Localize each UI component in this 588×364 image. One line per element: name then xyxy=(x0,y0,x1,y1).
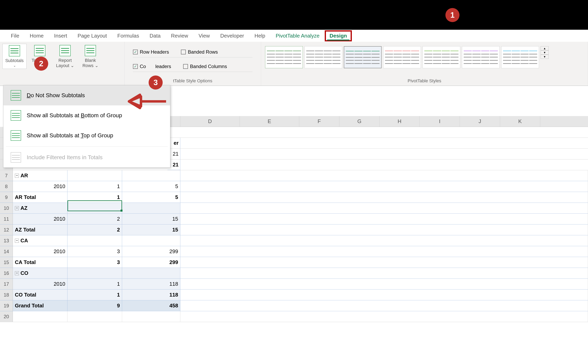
cell-b7[interactable] xyxy=(67,170,122,181)
style-thumb-1[interactable] xyxy=(265,46,303,68)
col-header-f[interactable]: F xyxy=(299,116,339,127)
cells-rest[interactable] xyxy=(180,246,588,257)
style-thumb-6[interactable] xyxy=(462,46,500,68)
cell-a12[interactable]: AZ Total xyxy=(13,224,67,235)
tab-home[interactable]: Home xyxy=(25,30,49,41)
col-header-h[interactable]: H xyxy=(379,116,420,127)
cells-rest[interactable] xyxy=(180,203,588,214)
row-header-11[interactable]: 11 xyxy=(0,214,13,224)
tab-data[interactable]: Data xyxy=(144,30,166,41)
cells-rest[interactable] xyxy=(180,224,588,235)
cells-rest[interactable] xyxy=(180,268,588,279)
cells-rest[interactable] xyxy=(180,279,588,289)
cells-rest[interactable] xyxy=(180,290,588,300)
tab-file[interactable]: File xyxy=(6,30,25,41)
cell-a9[interactable]: AR Total xyxy=(13,192,67,202)
gallery-more-button[interactable]: ▾ xyxy=(541,55,549,59)
cells-rest[interactable] xyxy=(180,214,588,224)
column-headers-checkbox[interactable]: ✓Co leaders xyxy=(133,61,171,72)
row-header-7[interactable]: 7 xyxy=(0,170,13,181)
tab-help[interactable]: Help xyxy=(249,30,270,41)
tab-review[interactable]: Review xyxy=(166,30,193,41)
cell-a20[interactable] xyxy=(13,311,67,322)
report-layout-button[interactable]: Report Layout ⌄ xyxy=(53,44,77,70)
cells-rest[interactable] xyxy=(180,170,588,181)
cell-b12[interactable]: 2 xyxy=(67,224,122,235)
cell-b14[interactable]: 3 xyxy=(67,246,122,257)
row-header-14[interactable]: 14 xyxy=(0,246,13,257)
collapse-button[interactable]: − xyxy=(15,271,19,275)
cell-c12[interactable]: 15 xyxy=(122,224,180,235)
cell-a7[interactable]: −AR xyxy=(13,170,67,181)
row-header-18[interactable]: 18 xyxy=(0,290,13,300)
cell-c15[interactable]: 299 xyxy=(122,257,180,268)
tab-design[interactable]: Design xyxy=(325,30,352,41)
row-header-20[interactable]: 20 xyxy=(0,311,13,322)
gallery-up-button[interactable]: ▴ xyxy=(541,46,549,50)
subtotals-top-item[interactable]: Show all Subtotals at Top of Group xyxy=(3,125,170,146)
style-thumb-7[interactable] xyxy=(501,46,539,68)
subtotals-button[interactable]: Subtotals ⌄ xyxy=(2,44,26,69)
col-header-j[interactable]: J xyxy=(460,116,500,127)
cell-b16[interactable] xyxy=(67,268,122,279)
cell-b9[interactable]: 1 xyxy=(67,192,122,202)
cell-c10[interactable] xyxy=(122,203,180,214)
cell-c11[interactable]: 15 xyxy=(122,214,180,224)
row-header-10[interactable]: 10 xyxy=(0,203,13,214)
row-header-15[interactable]: 15 xyxy=(0,257,13,268)
cell-b19[interactable]: 9 xyxy=(67,300,122,311)
row-headers-checkbox[interactable]: ✓Row Headers xyxy=(133,46,169,57)
cell-c7[interactable] xyxy=(122,170,180,181)
collapse-button[interactable]: − xyxy=(15,174,19,178)
row-header-17[interactable]: 17 xyxy=(0,279,13,289)
cell-a13[interactable]: −CA xyxy=(13,235,67,246)
cell-c14[interactable]: 299 xyxy=(122,246,180,257)
cell-a17[interactable]: 2010 xyxy=(13,279,67,289)
tab-view[interactable]: View xyxy=(193,30,215,41)
style-thumb-5[interactable] xyxy=(423,46,460,68)
collapse-button[interactable]: − xyxy=(15,206,19,210)
cell-c13[interactable] xyxy=(122,235,180,246)
col-header-i[interactable]: I xyxy=(420,116,460,127)
cell-a8[interactable]: 2010 xyxy=(13,181,67,192)
style-thumb-3[interactable] xyxy=(344,46,382,68)
cells-rest[interactable] xyxy=(180,300,588,311)
tab-formulas[interactable]: Formulas xyxy=(112,30,144,41)
row-header-9[interactable]: 9 xyxy=(0,192,13,202)
banded-columns-checkbox[interactable]: Banded Columns xyxy=(183,61,227,72)
cell-b10[interactable] xyxy=(67,203,122,214)
row-header-19[interactable]: 19 xyxy=(0,300,13,311)
style-thumb-2[interactable] xyxy=(304,46,342,68)
cell-a14[interactable]: 2010 xyxy=(13,246,67,257)
tab-page-layout[interactable]: Page Layout xyxy=(72,30,112,41)
cell-c17[interactable]: 118 xyxy=(122,279,180,289)
cell-b17[interactable]: 1 xyxy=(67,279,122,289)
cell-c16[interactable] xyxy=(122,268,180,279)
cell-c18[interactable]: 118 xyxy=(122,290,180,300)
cell-b18[interactable]: 1 xyxy=(67,290,122,300)
cell-c9[interactable]: 5 xyxy=(122,192,180,202)
cells-rest[interactable] xyxy=(180,235,588,246)
cell-a19[interactable]: Grand Total xyxy=(13,300,67,311)
row-header-8[interactable]: 8 xyxy=(0,181,13,192)
col-header-d[interactable]: D xyxy=(180,116,240,127)
cells-rest[interactable] xyxy=(180,311,588,322)
cells-rest[interactable] xyxy=(180,192,588,202)
cell-c8[interactable]: 5 xyxy=(122,181,180,192)
cell-a11[interactable]: 2010 xyxy=(13,214,67,224)
tab-developer[interactable]: Developer xyxy=(215,30,249,41)
cell-c20[interactable] xyxy=(122,311,180,322)
cell-b15[interactable]: 3 xyxy=(67,257,122,268)
row-header-12[interactable]: 12 xyxy=(0,224,13,235)
col-header-k[interactable]: K xyxy=(500,116,540,127)
cell-b11[interactable]: 2 xyxy=(67,214,122,224)
cell-b8[interactable]: 1 xyxy=(67,181,122,192)
col-header-g[interactable]: G xyxy=(339,116,379,127)
cell-c19[interactable]: 458 xyxy=(122,300,180,311)
cell-a10[interactable]: −AZ xyxy=(13,203,67,214)
cell-b20[interactable] xyxy=(67,311,122,322)
cells-rest[interactable] xyxy=(180,181,588,192)
cell-a18[interactable]: CO Total xyxy=(13,290,67,300)
cell-a16[interactable]: −CO xyxy=(13,268,67,279)
banded-rows-checkbox[interactable]: Banded Rows xyxy=(181,46,218,57)
